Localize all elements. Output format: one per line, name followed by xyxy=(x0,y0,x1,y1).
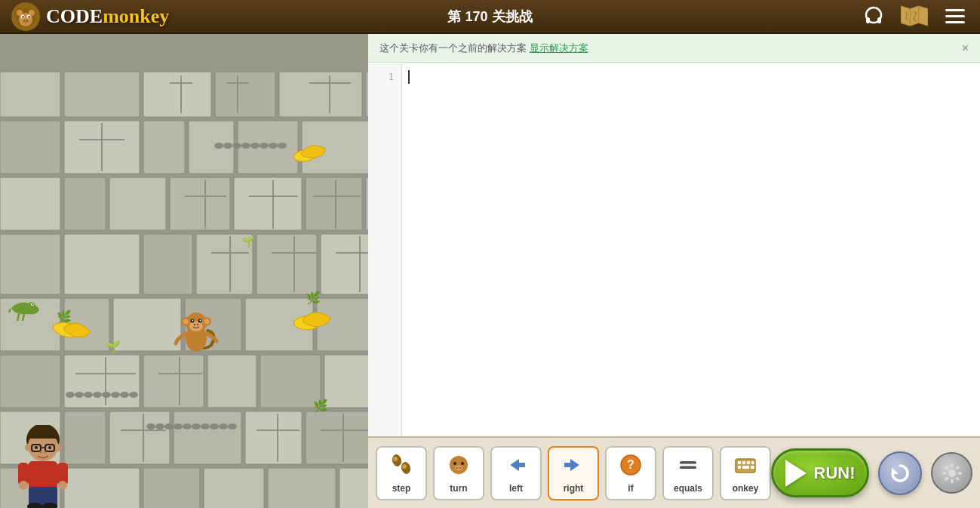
turn-icon xyxy=(447,453,471,480)
svg-point-133 xyxy=(192,423,201,429)
svg-text:🌿: 🌿 xyxy=(313,399,328,413)
svg-rect-86 xyxy=(324,355,368,408)
logo-text: CODEmonkey xyxy=(46,5,169,28)
header-title: 第 170 关挑战 xyxy=(447,8,532,26)
right-label: right xyxy=(564,483,584,494)
svg-rect-111 xyxy=(268,468,336,508)
cmd-equals[interactable]: equals xyxy=(662,446,714,500)
right-icon xyxy=(561,453,585,480)
svg-point-156 xyxy=(200,320,201,322)
settings-button[interactable] xyxy=(931,452,972,494)
svg-point-127 xyxy=(129,392,138,398)
svg-point-130 xyxy=(164,423,174,429)
right-panel: 这个关卡你有一个之前的解决方案 显示解决方案 × 1 xyxy=(368,34,980,508)
svg-rect-37 xyxy=(0,121,60,174)
notification-close-button[interactable]: × xyxy=(962,42,969,55)
headphones-icon[interactable] xyxy=(860,3,887,30)
notification-bar: 这个关卡你有一个之前的解决方案 显示解决方案 × xyxy=(368,34,980,63)
svg-rect-112 xyxy=(339,468,368,508)
svg-point-204 xyxy=(948,470,956,477)
svg-point-190 xyxy=(459,467,461,469)
cmd-if[interactable]: ? if xyxy=(605,446,656,500)
svg-point-141 xyxy=(241,143,250,149)
svg-point-170 xyxy=(45,451,47,454)
svg-rect-47 xyxy=(64,177,106,230)
left-label: left xyxy=(509,483,523,494)
svg-point-121 xyxy=(75,392,84,398)
svg-rect-46 xyxy=(0,177,60,230)
svg-rect-198 xyxy=(747,461,750,464)
svg-line-210 xyxy=(956,477,959,480)
svg-point-132 xyxy=(183,423,192,429)
svg-rect-82 xyxy=(64,355,140,408)
svg-rect-21 xyxy=(945,21,965,23)
svg-rect-173 xyxy=(29,461,57,490)
svg-point-157 xyxy=(194,324,195,325)
cmd-onkey[interactable]: onkey xyxy=(720,446,771,500)
svg-rect-19 xyxy=(945,9,965,11)
svg-point-176 xyxy=(19,481,28,490)
code-editor[interactable]: 1 xyxy=(368,63,980,436)
svg-point-186 xyxy=(453,462,456,465)
map-icon[interactable] xyxy=(901,3,928,30)
svg-rect-39 xyxy=(143,121,185,174)
cmd-left[interactable]: left xyxy=(490,446,542,500)
svg-point-138 xyxy=(214,143,223,149)
line-numbers: 1 xyxy=(368,63,402,436)
svg-rect-51 xyxy=(306,177,362,230)
svg-rect-81 xyxy=(0,355,60,408)
run-button[interactable]: RUN! xyxy=(771,448,869,497)
svg-point-171 xyxy=(25,444,31,451)
svg-point-140 xyxy=(232,143,241,149)
svg-point-125 xyxy=(111,392,120,398)
turn-label: turn xyxy=(450,483,467,494)
svg-point-161 xyxy=(32,303,34,305)
logo-monkey-icon xyxy=(11,2,40,31)
logo-area: CODEmonkey xyxy=(11,2,169,31)
svg-rect-48 xyxy=(109,177,166,230)
svg-rect-196 xyxy=(738,461,741,464)
svg-rect-50 xyxy=(234,177,302,230)
text-cursor xyxy=(408,70,410,84)
svg-text:🌱: 🌱 xyxy=(241,236,255,248)
lizard-character xyxy=(8,294,41,321)
svg-rect-85 xyxy=(260,355,321,408)
run-label: RUN! xyxy=(814,463,856,483)
svg-rect-194 xyxy=(680,466,696,469)
cursor-line xyxy=(408,69,974,85)
svg-rect-49 xyxy=(170,177,230,230)
notification-text: 这个关卡你有一个之前的解决方案 显示解决方案 xyxy=(379,42,588,55)
svg-rect-97 xyxy=(306,411,368,464)
svg-point-144 xyxy=(269,143,278,149)
cmd-step[interactable]: step xyxy=(376,446,427,500)
bottom-panel: step turn xyxy=(368,436,980,508)
svg-point-169 xyxy=(40,451,42,454)
svg-point-158 xyxy=(197,324,198,325)
svg-rect-94 xyxy=(109,411,170,464)
svg-point-188 xyxy=(455,465,462,470)
svg-point-123 xyxy=(93,392,102,398)
svg-point-128 xyxy=(146,423,155,429)
step-label: step xyxy=(392,483,411,494)
header: CODEmonkey 第 170 关挑战 xyxy=(0,0,980,34)
reset-button[interactable] xyxy=(878,451,922,495)
code-input-area[interactable] xyxy=(402,63,980,436)
cmd-turn[interactable]: turn xyxy=(433,446,484,500)
onkey-icon xyxy=(733,453,757,480)
equals-label: equals xyxy=(674,483,702,494)
show-solution-link[interactable]: 显示解决方案 xyxy=(530,42,588,54)
svg-point-12 xyxy=(26,20,28,21)
if-label: if xyxy=(628,483,633,494)
svg-rect-25 xyxy=(143,72,211,117)
svg-point-187 xyxy=(461,462,464,465)
cmd-right[interactable]: right xyxy=(548,446,599,500)
svg-text:🌱: 🌱 xyxy=(106,340,121,354)
main-layout: 🌿 🌿 🌱 🌿 🌿 🌱 xyxy=(0,34,980,508)
svg-rect-15 xyxy=(877,17,881,23)
svg-rect-84 xyxy=(207,355,257,408)
svg-point-184 xyxy=(402,464,407,469)
svg-rect-109 xyxy=(143,468,200,508)
menu-icon[interactable] xyxy=(942,3,969,30)
svg-point-189 xyxy=(456,467,458,469)
boy-character xyxy=(8,425,79,508)
